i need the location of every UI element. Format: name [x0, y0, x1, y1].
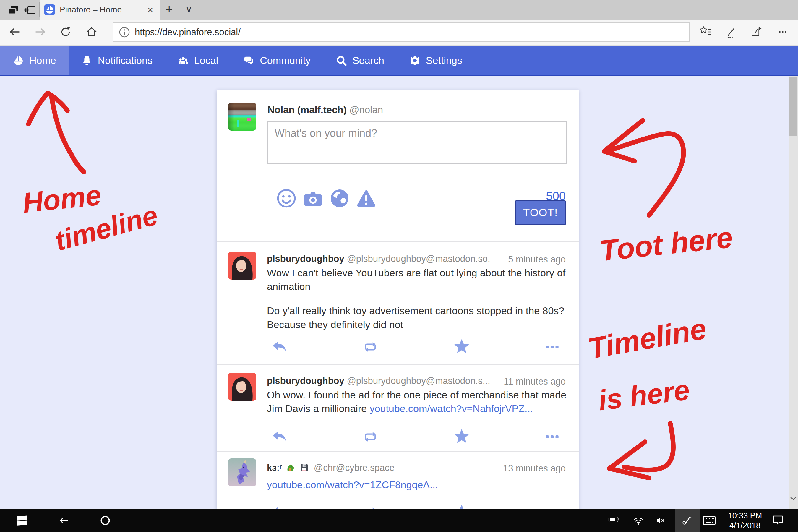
search-icon [336, 55, 347, 66]
post-1-timestamp[interactable]: 5 minutes ago [508, 254, 566, 265]
post-2-handle[interactable]: @plsburydoughboy@mastodon.s... [347, 376, 490, 386]
nav-label-home: Home [29, 55, 56, 66]
cortana-circle-icon[interactable] [99, 515, 111, 526]
browser-titlebar: Pinafore – Home × + ∨ [0, 0, 798, 19]
gear-icon [409, 55, 421, 66]
favorite-star-icon[interactable] [453, 338, 471, 354]
people-icon [177, 55, 189, 66]
volume-muted-icon[interactable] [656, 515, 667, 526]
compose-avatar[interactable] [228, 102, 256, 131]
post-1-header: plsburydoughboy @plsburydoughboy@mastodo… [267, 253, 490, 264]
post-3-body: youtube.com/watch?v=1ZCF8ngqeA... [267, 478, 568, 492]
nav-tab-search[interactable]: Search [323, 46, 397, 75]
post-3-avatar[interactable] [228, 458, 256, 487]
taskbar-clock[interactable]: 10:33 PM 4/1/2018 [726, 511, 763, 531]
pinafore-nav: Home Notifications Local Community Searc… [0, 46, 798, 76]
compose-handle: @nolan [349, 104, 383, 115]
new-tab-button[interactable]: + [166, 2, 173, 17]
post-3-display-name[interactable]: kɜːʳ [267, 462, 282, 473]
post-2-avatar[interactable] [228, 373, 256, 401]
post-2-display-name[interactable]: plsburydoughboy [267, 376, 344, 386]
reply-icon[interactable] [270, 430, 288, 445]
emoji-icon[interactable] [276, 188, 297, 209]
post-3-handle[interactable]: @chr@cybre.space [314, 462, 395, 473]
floppy-disk-emoji [299, 463, 309, 473]
scrollbar-thumb[interactable] [790, 77, 797, 136]
address-bar[interactable] [113, 22, 690, 42]
taskbar: 10:33 PM 4/1/2018 [0, 509, 798, 532]
post-3[interactable]: kɜːʳ @chr@cybre.space 13 minutes ago you… [217, 452, 579, 510]
post-1[interactable]: plsburydoughboy @plsburydoughboy@mastodo… [217, 242, 579, 365]
windows-ink-pen-icon [681, 515, 693, 526]
content-warning-icon[interactable] [356, 188, 377, 209]
page-content: Nolan (malf.tech) @nolan 500 TOOT! [0, 76, 798, 509]
touch-keyboard-icon[interactable] [703, 515, 715, 526]
action-center-icon[interactable] [772, 515, 784, 526]
compose-display-name: Nolan (malf.tech) [267, 104, 347, 115]
favorite-star-icon[interactable] [453, 428, 471, 444]
post-2-timestamp[interactable]: 11 minutes ago [504, 376, 566, 387]
page-scrollbar[interactable] [788, 76, 798, 509]
screen: Pinafore – Home × + ∨ [0, 0, 798, 532]
post-1-paragraph: Wow I can't believe YouTubers are flat o… [267, 266, 568, 293]
wifi-icon[interactable] [632, 515, 644, 526]
tabs-set-aside-icon[interactable] [24, 3, 37, 17]
back-arrow-icon[interactable] [58, 515, 70, 526]
post-3-link[interactable]: youtube.com/watch?v=1ZCF8ngqeA... [267, 479, 438, 490]
tab-close-icon[interactable]: × [148, 4, 153, 15]
boost-icon[interactable] [362, 340, 380, 355]
post-1-handle[interactable]: @plsburydoughboy@mastodon.so... [347, 253, 490, 264]
post-1-body: Wow I can't believe YouTubers are flat o… [267, 266, 568, 342]
reply-icon[interactable] [270, 340, 288, 355]
toot-button[interactable]: TOOT! [515, 201, 566, 225]
more-icon[interactable] [545, 432, 562, 447]
url-input[interactable] [134, 26, 689, 38]
browser-command-bar [0, 19, 798, 46]
nav-tab-community[interactable]: Community [230, 46, 323, 75]
windows-ink-button[interactable] [675, 509, 700, 532]
nav-tab-local[interactable]: Local [165, 46, 230, 75]
web-note-pen-icon[interactable] [725, 25, 738, 38]
post-3-timestamp[interactable]: 13 minutes ago [503, 463, 566, 474]
post-2[interactable]: plsburydoughboy @plsburydoughboy@mastodo… [217, 365, 579, 452]
chat-bubbles-icon [243, 55, 255, 66]
glitch-pixel [247, 118, 251, 121]
boost-icon[interactable] [362, 430, 380, 445]
site-info-icon[interactable] [119, 26, 130, 38]
windows-start-icon[interactable] [17, 515, 28, 526]
sailboat-icon [13, 55, 24, 66]
privacy-globe-icon[interactable] [329, 188, 350, 209]
home-icon[interactable] [85, 25, 98, 38]
post-2-link[interactable]: youtube.com/watch?v=NahfojrVPZ... [370, 403, 533, 414]
glitch-pixel [237, 120, 240, 127]
more-icon[interactable] [776, 25, 789, 38]
post-3-header: kɜːʳ @chr@cybre.space [267, 462, 490, 473]
refresh-icon[interactable] [59, 25, 72, 38]
tab-pinafore[interactable]: Pinafore – Home × [40, 0, 159, 19]
nav-tab-home[interactable]: Home [0, 46, 69, 75]
compose-input[interactable] [267, 121, 567, 164]
pinafore-favicon [44, 4, 55, 15]
forward-icon[interactable] [34, 25, 47, 38]
scroll-down-icon[interactable] [790, 495, 797, 501]
compose-user: Nolan (malf.tech) @nolan [267, 104, 383, 116]
share-icon[interactable] [750, 25, 763, 38]
set-tabs-aside-icon[interactable] [7, 3, 20, 17]
timeline-card: Nolan (malf.tech) @nolan 500 TOOT! [217, 90, 579, 510]
more-icon[interactable] [545, 342, 562, 357]
nav-tab-notifications[interactable]: Notifications [69, 46, 165, 75]
battery-icon[interactable] [608, 515, 620, 526]
tab-menu-chevron-icon[interactable]: ∨ [186, 4, 192, 15]
nav-label-community: Community [260, 55, 311, 66]
media-camera-icon[interactable] [302, 188, 324, 209]
nav-tab-settings[interactable]: Settings [397, 46, 475, 75]
dragon-emoji [285, 462, 296, 473]
post-2-body: Oh wow. I found the ad for the one piece… [267, 388, 568, 415]
nav-label-notifications: Notifications [98, 55, 152, 66]
back-icon[interactable] [8, 25, 21, 38]
post-1-display-name[interactable]: plsburydoughboy [267, 253, 344, 264]
post-1-avatar[interactable] [228, 251, 256, 280]
favorites-hub-icon[interactable] [699, 25, 712, 38]
post-1-paragraph: Do y'all really think toy advertisement … [267, 304, 568, 331]
clock-time: 10:33 PM [726, 511, 763, 521]
